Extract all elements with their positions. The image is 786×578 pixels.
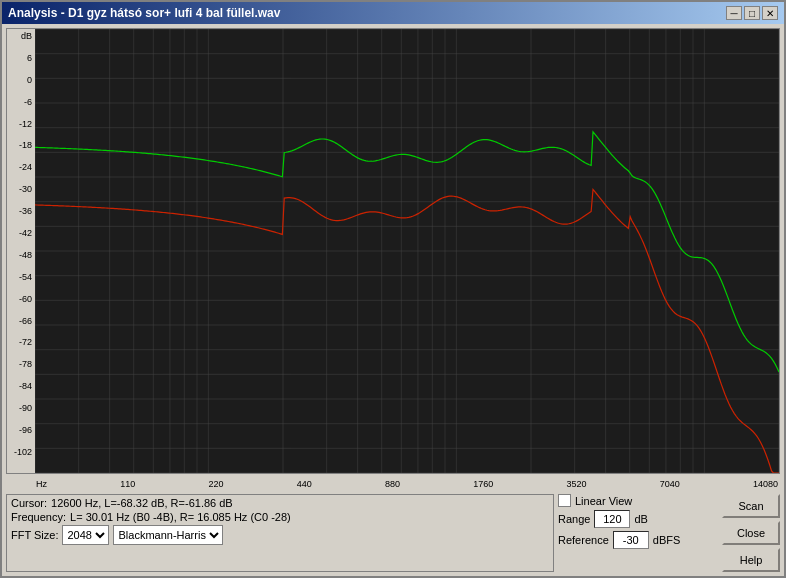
fft-size-select[interactable]: 2048 1024 4096 8192 [62, 525, 109, 545]
y-axis-label: -24 [19, 162, 32, 172]
x-axis-spacer [6, 478, 34, 490]
reference-label: Reference [558, 534, 609, 546]
spectrum-chart [35, 29, 779, 473]
linear-view-label: Linear View [575, 495, 632, 507]
range-input[interactable] [594, 510, 630, 528]
buttons-panel: Scan Close Help [722, 494, 780, 572]
close-button[interactable]: Close [722, 521, 780, 545]
x-axis-label: 110 [120, 479, 135, 489]
window-function-select[interactable]: Blackmann-Harris Hanning Hamming Flat To… [113, 525, 223, 545]
fft-row: FFT Size: 2048 1024 4096 8192 Blackmann-… [11, 525, 549, 545]
scan-button[interactable]: Scan [722, 494, 780, 518]
content-area: dB60-6-12-18-24-30-36-42-48-54-60-66-72-… [2, 24, 784, 576]
x-axis-label: 880 [385, 479, 400, 489]
y-axis-label: -48 [19, 250, 32, 260]
y-axis-label: 6 [27, 53, 32, 63]
x-axis-label: 220 [208, 479, 223, 489]
y-axis-label: -6 [24, 97, 32, 107]
maximize-button[interactable]: □ [744, 6, 760, 20]
close-window-button[interactable]: ✕ [762, 6, 778, 20]
frequency-label: Frequency: [11, 511, 66, 523]
y-axis-label: -96 [19, 425, 32, 435]
y-axis-label: -30 [19, 184, 32, 194]
reference-row: Reference dBFS [558, 531, 718, 549]
frequency-row: Frequency: L= 30.01 Hz (B0 -4B), R= 16.0… [11, 511, 549, 523]
x-axis-row: Hz11022044088017603520704014080 [6, 478, 780, 490]
y-axis-label: -72 [19, 337, 32, 347]
y-axis-label: -12 [19, 119, 32, 129]
y-axis-label: -18 [19, 140, 32, 150]
bottom-controls: Cursor: 12600 Hz, L=-68.32 dB, R=-61.86 … [6, 494, 780, 572]
reference-input[interactable] [613, 531, 649, 549]
y-axis-label: -84 [19, 381, 32, 391]
y-axis-label: -66 [19, 316, 32, 326]
linear-view-checkbox[interactable] [558, 494, 571, 507]
fft-label: FFT Size: [11, 529, 58, 541]
cursor-label: Cursor: [11, 497, 47, 509]
y-axis-label: 0 [27, 75, 32, 85]
x-axis-label: 14080 [753, 479, 778, 489]
title-bar-buttons: ─ □ ✕ [726, 6, 778, 20]
reference-unit: dBFS [653, 534, 681, 546]
y-axis-label: -102 [14, 447, 32, 457]
y-axis-label: -60 [19, 294, 32, 304]
x-axis-label: 1760 [473, 479, 493, 489]
cursor-value: 12600 Hz, L=-68.32 dB, R=-61.86 dB [51, 497, 233, 509]
range-unit: dB [634, 513, 647, 525]
main-window: Analysis - D1 gyz hátsó sor+ lufi 4 bal … [0, 0, 786, 578]
info-panel: Cursor: 12600 Hz, L=-68.32 dB, R=-61.86 … [6, 494, 554, 572]
x-axis-label: 7040 [660, 479, 680, 489]
y-axis-label: dB [21, 31, 32, 41]
x-axis-label: 3520 [566, 479, 586, 489]
title-bar: Analysis - D1 gyz hátsó sor+ lufi 4 bal … [2, 2, 784, 24]
y-axis-label: -42 [19, 228, 32, 238]
x-axis-label: Hz [36, 479, 47, 489]
y-axis: dB60-6-12-18-24-30-36-42-48-54-60-66-72-… [7, 29, 35, 473]
range-row: Range dB [558, 510, 718, 528]
x-axis-labels: Hz11022044088017603520704014080 [34, 478, 780, 490]
y-axis-label: -78 [19, 359, 32, 369]
cursor-row: Cursor: 12600 Hz, L=-68.32 dB, R=-61.86 … [11, 497, 549, 509]
chart-area [35, 29, 779, 473]
right-panel: Linear View Range dB Reference dBFS [558, 494, 718, 572]
window-title: Analysis - D1 gyz hátsó sor+ lufi 4 bal … [8, 6, 280, 20]
y-axis-label: -90 [19, 403, 32, 413]
y-axis-label: -54 [19, 272, 32, 282]
frequency-value: L= 30.01 Hz (B0 -4B), R= 16.085 Hz (C0 -… [70, 511, 291, 523]
range-label: Range [558, 513, 590, 525]
linear-view-row: Linear View [558, 494, 718, 507]
y-axis-label: -36 [19, 206, 32, 216]
help-button[interactable]: Help [722, 548, 780, 572]
chart-container: dB60-6-12-18-24-30-36-42-48-54-60-66-72-… [6, 28, 780, 474]
x-axis-label: 440 [297, 479, 312, 489]
minimize-button[interactable]: ─ [726, 6, 742, 20]
